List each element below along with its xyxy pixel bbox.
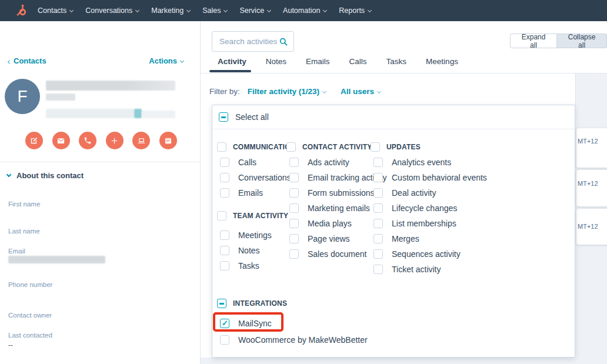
select-all-checkbox[interactable]: [219, 112, 228, 122]
custom-behavioral-events-checkbox[interactable]: [373, 173, 383, 182]
option-lifecycle-changes[interactable]: Lifecycle changes: [371, 201, 487, 216]
analytics-events-checkbox[interactable]: [373, 158, 383, 167]
integrations-checkbox[interactable]: [217, 299, 226, 308]
hubspot-contact-page: Contacts Conversations Marketing Sales S…: [0, 0, 607, 364]
note-button[interactable]: [25, 132, 43, 149]
option-meetings[interactable]: Meetings: [217, 228, 295, 243]
search-icon[interactable]: [279, 37, 288, 49]
nav-item-service[interactable]: Service: [239, 6, 271, 15]
communication-checkbox[interactable]: [217, 142, 226, 152]
tasks-checkbox[interactable]: [220, 261, 229, 271]
form-submissions-checkbox[interactable]: [289, 188, 299, 198]
chevron-down-icon: [323, 8, 327, 12]
tab-emails[interactable]: Emails: [306, 57, 330, 66]
tab-activity[interactable]: Activity: [218, 57, 246, 66]
chevron-down-icon: [186, 8, 191, 12]
merges-checkbox[interactable]: [373, 234, 383, 243]
option-list-memberships[interactable]: List memberships: [371, 216, 487, 231]
sales-document-checkbox[interactable]: [289, 249, 299, 259]
chevron-down-icon: [135, 8, 139, 12]
nav-item-contacts[interactable]: Contacts: [38, 6, 73, 15]
field-label-email: Email: [8, 248, 25, 255]
filter-activity-dropdown[interactable]: Filter activity (1/23): [248, 87, 326, 96]
timeline-card[interactable]: MT+12: [576, 170, 607, 206]
group-team-activity[interactable]: TEAM ACTIVITY: [217, 208, 295, 223]
contact-sidebar: Contacts Actions F: [0, 21, 201, 364]
calls-checkbox[interactable]: [220, 158, 229, 167]
email-button[interactable]: [52, 132, 70, 149]
contact-activity-checkbox[interactable]: [286, 142, 296, 152]
nav-item-conversations[interactable]: Conversations: [85, 6, 139, 15]
conversations-checkbox[interactable]: [220, 173, 229, 182]
chevron-down-icon: [224, 8, 228, 12]
chevron-down-icon: [180, 59, 184, 63]
task-button[interactable]: [106, 132, 124, 149]
deal-activity-checkbox[interactable]: [373, 188, 383, 198]
option-sequences-activity[interactable]: Sequences activity: [371, 246, 487, 262]
option-conversations[interactable]: Conversations: [217, 170, 295, 185]
tab-tasks[interactable]: Tasks: [386, 57, 407, 66]
expand-all-button[interactable]: Expand all: [510, 34, 557, 48]
tab-calls[interactable]: Calls: [349, 57, 367, 66]
option-tasks[interactable]: Tasks: [217, 258, 295, 273]
nav-item-reports[interactable]: Reports: [339, 6, 371, 15]
meetings-checkbox[interactable]: [220, 231, 229, 240]
option-emails[interactable]: Emails: [217, 185, 295, 201]
option-analytics-events[interactable]: Analytics events: [371, 155, 487, 170]
call-button[interactable]: [79, 132, 96, 149]
all-users-dropdown[interactable]: All users: [341, 87, 381, 96]
woocommerce-checkbox[interactable]: [220, 335, 229, 345]
active-tab-underline: [209, 70, 251, 72]
option-custom-behavioral-events[interactable]: Custom behavioral events: [371, 170, 487, 185]
nav-item-marketing[interactable]: Marketing: [151, 6, 190, 15]
redacted-contact-detail-highlight: [134, 109, 142, 118]
select-all-row[interactable]: Select all: [212, 105, 575, 129]
schedule-button[interactable]: [159, 132, 177, 149]
column-updates: UPDATES Analytics events Custom behavior…: [371, 139, 487, 277]
group-integrations[interactable]: INTEGRATIONS: [217, 296, 368, 311]
list-memberships-checkbox[interactable]: [373, 219, 383, 228]
group-communication[interactable]: COMMUNICATION: [217, 139, 295, 155]
mailsync-checkbox[interactable]: [220, 319, 229, 328]
option-ticket-activity[interactable]: Ticket activity: [371, 262, 487, 277]
notes-checkbox[interactable]: [220, 246, 229, 255]
meeting-button[interactable]: [132, 132, 150, 149]
laptop-icon: [137, 136, 146, 145]
option-merges[interactable]: Merges: [371, 231, 487, 246]
actions-dropdown-button[interactable]: Actions: [149, 56, 184, 65]
nav-item-sales[interactable]: Sales: [202, 6, 227, 15]
sidebar-divider: [0, 162, 201, 162]
timeline-card[interactable]: MT+12: [576, 209, 607, 245]
option-woocommerce[interactable]: WooCommerce by MakeWebBetter: [217, 332, 368, 348]
redacted-contact-name-2: [46, 93, 75, 101]
about-this-contact-header[interactable]: About this contact: [7, 171, 84, 180]
group-updates[interactable]: UPDATES: [371, 139, 487, 155]
tab-notes[interactable]: Notes: [266, 57, 286, 66]
back-to-contacts-link[interactable]: Contacts: [8, 56, 46, 65]
email-tracking-checkbox[interactable]: [289, 173, 299, 182]
field-label-phone: Phone number: [8, 281, 52, 288]
tab-meetings[interactable]: Meetings: [426, 57, 458, 66]
lifecycle-changes-checkbox[interactable]: [373, 203, 383, 213]
team-activity-checkbox[interactable]: [217, 211, 226, 221]
ads-activity-checkbox[interactable]: [289, 158, 299, 167]
ticket-activity-checkbox[interactable]: [373, 265, 383, 274]
option-calls[interactable]: Calls: [217, 155, 295, 170]
hubspot-logo-icon[interactable]: [14, 3, 29, 18]
nav-item-automation[interactable]: Automation: [283, 6, 326, 15]
page-views-checkbox[interactable]: [289, 234, 299, 243]
search-input[interactable]: [212, 32, 278, 51]
expand-collapse-group: Expand all Collapse all: [510, 34, 607, 48]
column-communication: COMMUNICATION Calls Conversations Emails…: [217, 139, 295, 273]
collapse-all-button[interactable]: Collapse all: [556, 34, 607, 48]
updates-checkbox[interactable]: [371, 142, 380, 152]
option-deal-activity[interactable]: Deal activity: [371, 185, 487, 201]
chevron-down-icon: [368, 8, 372, 12]
marketing-emails-checkbox[interactable]: [289, 203, 299, 213]
option-notes[interactable]: Notes: [217, 243, 295, 258]
sequences-activity-checkbox[interactable]: [373, 249, 383, 259]
media-plays-checkbox[interactable]: [289, 219, 299, 228]
emails-checkbox[interactable]: [220, 188, 229, 198]
timeline-card[interactable]: MT+12: [576, 128, 607, 168]
option-mailsync[interactable]: MailSync: [217, 316, 368, 331]
